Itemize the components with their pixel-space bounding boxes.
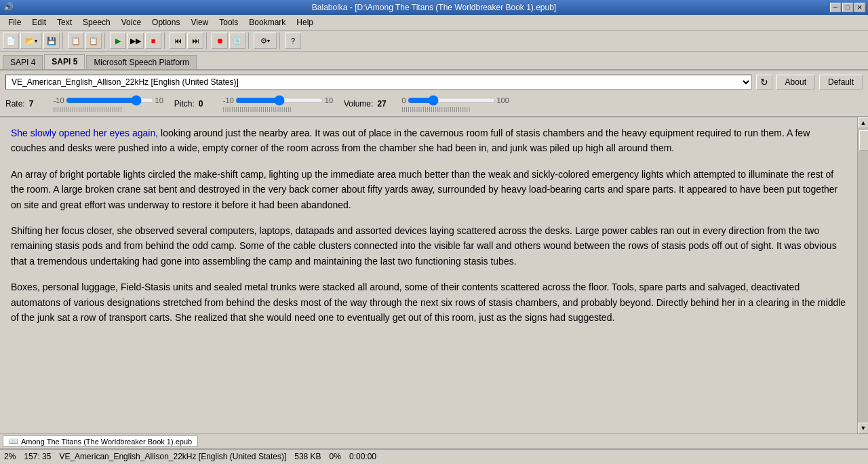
- volume-value: 27: [377, 99, 391, 109]
- tab-sapi5[interactable]: SAPI 5: [44, 54, 85, 69]
- rate-min: -10: [54, 96, 64, 104]
- scroll-thumb[interactable]: [859, 130, 868, 151]
- paragraph-3: Boxes, personal luggage, Field-Stasis un…: [11, 279, 846, 325]
- status-size: 538 KB: [294, 452, 321, 461]
- menu-text[interactable]: Text: [52, 16, 77, 28]
- voice-select[interactable]: VE_American_English_Allison_22kHz [Engli…: [5, 75, 752, 90]
- menu-voice[interactable]: Voice: [116, 16, 146, 28]
- text-area[interactable]: She slowly opened her eyes again, lookin…: [0, 117, 857, 433]
- separator-1: [62, 33, 65, 49]
- separator-2: [104, 33, 107, 49]
- copy-button[interactable]: 📋: [68, 33, 84, 49]
- pitch-ruler: |||||||||||||||||||||||||||||||||: [223, 107, 333, 112]
- volume-min: 0: [401, 96, 406, 104]
- toolbar: 📄 📂▾ 💾 📋 📋 ▶ ▶▶ ■ ⏮ ⏭ ⏺ 💿 ⚙▾ ?: [0, 31, 868, 52]
- status-time: 0:00:00: [349, 452, 376, 461]
- time-value: 0:00:00: [349, 452, 376, 461]
- new-button[interactable]: 📄: [3, 33, 19, 49]
- position-value: 2%: [4, 452, 16, 461]
- line-col-value: 157: 35: [24, 452, 51, 461]
- paste-button[interactable]: 📋: [85, 33, 102, 49]
- menu-speech[interactable]: Speech: [77, 16, 116, 28]
- close-button[interactable]: ✕: [854, 3, 865, 12]
- status-bar: 2% 157: 35 VE_American_English_Allison_2…: [0, 448, 868, 463]
- bottom-tab-item[interactable]: 📖 Among The Titans (The Worldbreaker Boo…: [3, 436, 198, 447]
- normal-text-3: Boxes, personal luggage, Field-Stasis un…: [11, 282, 846, 323]
- pitch-slider[interactable]: [235, 95, 323, 106]
- stop-button[interactable]: ■: [145, 33, 161, 49]
- window-title: Balabolka - [D:\Among The Titans (The Wo…: [312, 3, 556, 12]
- bottom-tabs: 📖 Among The Titans (The Worldbreaker Boo…: [0, 433, 868, 448]
- play-button[interactable]: ▶: [110, 33, 126, 49]
- prev-button[interactable]: ⏮: [170, 33, 186, 49]
- status-line-col: 157: 35: [24, 452, 51, 461]
- paragraph-1: An array of bright portable lights circl…: [11, 167, 846, 212]
- title-bar: 🔊 Balabolka - [D:\Among The Titans (The …: [0, 0, 868, 15]
- menu-bookmark[interactable]: Bookmark: [243, 16, 291, 28]
- menu-tools[interactable]: Tools: [214, 16, 243, 28]
- tab-sapi4[interactable]: SAPI 4: [3, 55, 43, 69]
- maximize-button[interactable]: □: [842, 3, 853, 12]
- pitch-track: -10 10: [223, 95, 333, 106]
- separator-4: [206, 33, 209, 49]
- menu-view[interactable]: View: [185, 16, 214, 28]
- voice-panel: VE_American_English_Allison_22kHz [Engli…: [0, 71, 868, 117]
- percent-value: 0%: [330, 452, 341, 461]
- voice-selector-row: VE_American_English_Allison_22kHz [Engli…: [5, 75, 863, 90]
- normal-text-2: Shifting her focus closer, she observed …: [11, 225, 837, 267]
- save-button[interactable]: 💾: [43, 33, 60, 49]
- separator-6: [279, 33, 282, 49]
- separator-3: [164, 33, 167, 49]
- paragraph-0: She slowly opened her eyes again, lookin…: [11, 125, 846, 156]
- rate-value: 7: [29, 99, 43, 109]
- rate-max: 10: [155, 96, 163, 104]
- rate-label: Rate:: [5, 99, 25, 109]
- about-button[interactable]: About: [776, 75, 815, 90]
- tab-msp[interactable]: Microsoft Speech Platform: [86, 55, 197, 69]
- record-button[interactable]: ⏺: [212, 33, 228, 49]
- normal-text-1: An array of bright portable lights circl…: [11, 169, 837, 210]
- rate-group: Rate: 7: [5, 99, 43, 109]
- rate-slider[interactable]: [66, 95, 154, 106]
- bottom-tab-label: Among The Titans (The Worldbreaker Book …: [21, 438, 192, 446]
- bottom-tab-icon: 📖: [9, 437, 18, 446]
- status-voice-value: VE_American_English_Allison_22kHz [Engli…: [59, 452, 286, 461]
- default-button[interactable]: Default: [819, 75, 863, 90]
- scroll-down-arrow[interactable]: ▼: [858, 423, 868, 433]
- menu-help[interactable]: Help: [291, 16, 319, 28]
- volume-ruler: |||||||||||||||||||||||||||||||||: [401, 107, 509, 112]
- menu-options[interactable]: Options: [146, 16, 185, 28]
- minimize-button[interactable]: ─: [830, 3, 841, 12]
- volume-track: 0 100: [401, 95, 509, 106]
- settings-button[interactable]: ⚙▾: [254, 33, 277, 49]
- next-button[interactable]: ⏭: [187, 33, 203, 49]
- menu-bar: File Edit Text Speech Voice Options View…: [0, 15, 868, 31]
- sliders-row: Rate: 7 -10 10 |||||||||||||||||||||||||…: [5, 95, 863, 112]
- pitch-value: 0: [199, 99, 212, 109]
- export-button[interactable]: 💿: [229, 33, 245, 49]
- menu-file[interactable]: File: [3, 16, 26, 28]
- main-content: She slowly opened her eyes again, lookin…: [0, 117, 868, 433]
- scrollbar[interactable]: ▲ ▼: [857, 117, 868, 433]
- help-button[interactable]: ?: [285, 33, 301, 49]
- volume-max: 100: [497, 96, 509, 104]
- window-controls: ─ □ ✕: [830, 3, 865, 12]
- status-voice: VE_American_English_Allison_22kHz [Engli…: [59, 452, 286, 461]
- scroll-up-arrow[interactable]: ▲: [858, 117, 868, 128]
- open-button[interactable]: 📂▾: [20, 33, 42, 49]
- voice-refresh-button[interactable]: ↻: [756, 75, 772, 90]
- status-percent: 0%: [330, 452, 341, 461]
- rate-ruler: |||||||||||||||||||||||||||||||||: [54, 107, 163, 112]
- app-logo: 🔊: [3, 2, 14, 13]
- highlighted-text-0: She slowly opened her eyes again,: [11, 128, 158, 138]
- pitch-label: Pitch:: [174, 99, 195, 109]
- pitch-min: -10: [223, 96, 234, 104]
- pitch-max: 10: [325, 96, 333, 104]
- play-alt-button[interactable]: ▶▶: [127, 33, 144, 49]
- paragraph-2: Shifting her focus closer, she observed …: [11, 223, 846, 269]
- pitch-group: Pitch: 0: [174, 99, 212, 109]
- volume-slider[interactable]: [408, 95, 496, 106]
- separator-5: [248, 33, 251, 49]
- volume-group: Volume: 27: [344, 99, 391, 109]
- menu-edit[interactable]: Edit: [26, 16, 52, 28]
